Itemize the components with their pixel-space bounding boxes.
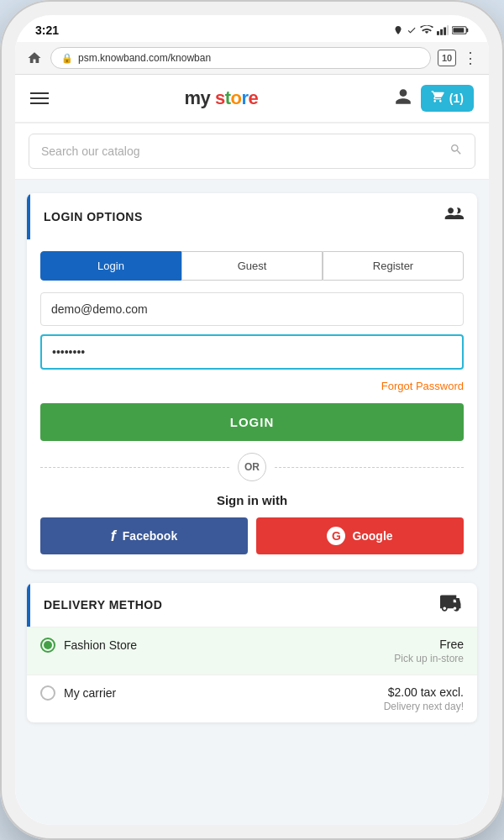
forgot-password-link[interactable]: Forgot Password [381, 380, 464, 392]
my-carrier-price-col: $2.00 tax excl. Delivery next day! [384, 685, 464, 712]
facebook-label: Facebook [123, 529, 177, 543]
location-icon [393, 24, 403, 36]
delivery-option-my-carrier[interactable]: My carrier $2.00 tax excl. Delivery next… [27, 675, 477, 722]
signal-icon [437, 25, 449, 35]
google-login-button[interactable]: G Google [256, 517, 464, 554]
delivery-card: DELIVERY METHOD Fashion Store Free Pick … [27, 583, 477, 722]
or-line-left [40, 467, 229, 468]
phone-screen: 3:21 [15, 15, 489, 825]
delivery-truck-icon [440, 595, 464, 615]
search-container: Search our catalog [15, 123, 489, 180]
header-actions: (1) [394, 85, 474, 112]
svg-rect-2 [440, 29, 443, 35]
logo-t: t [225, 87, 231, 108]
fashion-store-note: Pick up in-store [394, 653, 464, 664]
svg-rect-1 [437, 31, 439, 35]
wifi-icon [420, 25, 433, 35]
login-card: LOGIN OPTIONS Login Guest Register [27, 193, 477, 570]
svg-rect-4 [447, 25, 449, 35]
cart-count: (1) [449, 92, 464, 105]
logo-e: e [249, 87, 259, 108]
search-bar[interactable]: Search our catalog [29, 134, 475, 169]
search-icon [449, 143, 463, 160]
or-circle: OR [238, 453, 266, 481]
check-icon [407, 25, 417, 35]
radio-my-carrier[interactable] [40, 685, 55, 701]
or-line-right [275, 467, 464, 468]
phone-shell: 3:21 [0, 0, 504, 840]
app-header: my store (1) [15, 75, 489, 123]
home-button[interactable] [25, 49, 44, 67]
delivery-option-label: Fashion Store [40, 638, 137, 653]
my-carrier-note: Delivery next day! [384, 701, 464, 712]
my-carrier-name: My carrier [64, 686, 116, 700]
facebook-login-button[interactable]: f Facebook [40, 517, 248, 554]
login-tab[interactable]: Login [40, 251, 181, 281]
delivery-header: DELIVERY METHOD [27, 583, 477, 627]
browser-menu-icon[interactable]: ⋮ [463, 49, 479, 67]
my-carrier-price: $2.00 tax excl. [384, 685, 464, 699]
svg-rect-7 [453, 28, 464, 33]
fashion-store-name: Fashion Store [64, 638, 137, 652]
sign-in-title: Sign in with [40, 493, 464, 507]
google-label: Google [352, 529, 392, 543]
logo-my-text: my [185, 87, 215, 108]
social-buttons-row: f Facebook G Google [40, 517, 464, 554]
or-divider: OR [40, 453, 464, 481]
hamburger-menu[interactable] [30, 92, 49, 104]
status-bar: 3:21 [15, 15, 489, 42]
cart-icon [431, 90, 444, 107]
svg-rect-3 [444, 28, 446, 35]
logo-o: o [231, 87, 242, 108]
browser-chrome: 🔒 psm.knowband.com/knowban 10 ⋮ [15, 42, 489, 75]
email-input[interactable] [40, 292, 464, 326]
logo-s: s [215, 87, 225, 108]
url-bar[interactable]: 🔒 psm.knowband.com/knowban [50, 47, 431, 69]
user-icon[interactable] [394, 87, 412, 110]
status-icons [393, 24, 469, 36]
login-button[interactable]: LOGIN [40, 403, 464, 441]
login-card-header: LOGIN OPTIONS [27, 193, 477, 239]
radio-fashion-store[interactable] [40, 638, 55, 653]
password-input[interactable] [40, 334, 464, 370]
google-icon: G [327, 527, 345, 545]
forgot-password-row: Forgot Password [40, 378, 464, 393]
cart-button[interactable]: (1) [421, 85, 474, 112]
lock-icon: 🔒 [61, 53, 73, 64]
fashion-store-price-col: Free Pick up in-store [394, 638, 464, 664]
register-tab[interactable]: Register [323, 251, 464, 281]
my-carrier-label: My carrier [40, 685, 116, 701]
svg-rect-6 [466, 29, 468, 32]
status-time: 3:21 [35, 24, 59, 37]
url-text: psm.knowband.com/knowban [78, 52, 420, 64]
battery-icon [452, 25, 469, 35]
users-icon [444, 205, 464, 228]
guest-tab[interactable]: Guest [181, 251, 323, 281]
delivery-title: DELIVERY METHOD [44, 598, 162, 612]
login-tab-group: Login Guest Register [40, 251, 464, 281]
login-card-body: Login Guest Register Forgot Password LOG… [27, 239, 477, 570]
facebook-icon: f [111, 528, 116, 545]
search-placeholder-text: Search our catalog [41, 144, 140, 158]
store-logo: my store [185, 87, 259, 109]
logo-r: r [242, 87, 249, 108]
login-options-title: LOGIN OPTIONS [44, 210, 143, 223]
delivery-option-fashion-store[interactable]: Fashion Store Free Pick up in-store [27, 627, 477, 675]
tab-count[interactable]: 10 [438, 50, 456, 66]
fashion-store-price: Free [394, 638, 464, 651]
page-content: my store (1) [15, 75, 489, 825]
